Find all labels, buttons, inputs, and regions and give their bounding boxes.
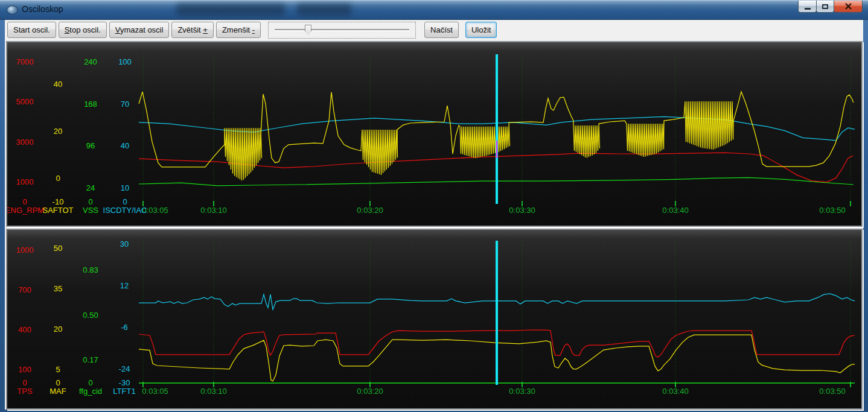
- time-label: 0:03:10: [191, 206, 236, 215]
- bottom-chart-panel: 0:03:050:03:100:03:200:03:300:03:400:03:…: [6, 229, 863, 410]
- button-vymazat-oscil[interactable]: Vymazat oscil: [109, 22, 170, 38]
- axis-label-tps: 700: [7, 285, 52, 295]
- channel-name-iscdty/iac: ISCDTY/IAC: [98, 206, 152, 215]
- axis-label-ltft1: 30: [97, 239, 152, 249]
- channel-name-saftot: SAFTOT: [31, 206, 85, 215]
- button-start-oscil[interactable]: Start oscil.: [7, 22, 56, 38]
- channel-name-tps: TPS: [7, 387, 52, 396]
- axis-label-ffg_cid: 0.83: [63, 265, 118, 275]
- axis-label-tps: 1000: [7, 246, 52, 255]
- maximize-button[interactable]: [816, 1, 834, 13]
- titlebar[interactable]: Osciloskop: [0, 0, 868, 20]
- axis-label-iscdty/iac: 10: [98, 183, 152, 193]
- toolbar-left: Start oscil.Stop oscil.Vymazat oscilZvět…: [7, 22, 263, 38]
- axis-label-eng_rpm: 3000: [7, 138, 52, 147]
- client-area: Start oscil.Stop oscil.Vymazat oscilZvět…: [5, 20, 863, 410]
- slider-thumb[interactable]: [305, 25, 311, 36]
- time-label: 0:03:30: [500, 387, 544, 396]
- maximize-icon: [822, 4, 828, 9]
- background-window-ghost: [297, 4, 351, 16]
- axis-label-eng_rpm: 7000: [7, 57, 52, 67]
- close-button[interactable]: [834, 1, 863, 13]
- top-chart-panel: 0:03:050:03:100:03:200:03:300:03:400:03:…: [6, 41, 863, 227]
- axis-label-saftot: 20: [31, 127, 85, 136]
- time-label: 0:03:30: [500, 206, 544, 215]
- minimize-icon: [805, 8, 811, 10]
- button-stop-oscil[interactable]: Stop oscil.: [59, 22, 107, 38]
- button-zvetsit[interactable]: Zvětšit +: [171, 22, 214, 38]
- toolbar: Start oscil.Stop oscil.Vymazat oscilZvět…: [5, 20, 863, 40]
- caption-buttons: [799, 1, 863, 13]
- time-label: 0:03:40: [653, 387, 698, 396]
- time-label: 0:03:50: [810, 387, 855, 396]
- top-chart-inner: 0:03:050:03:100:03:200:03:300:03:400:03:…: [7, 42, 861, 226]
- axis-label-ltft1: -24: [97, 364, 152, 374]
- button-nacist[interactable]: Načíst: [424, 22, 459, 38]
- channel-name-ltft1: LTFT1: [97, 387, 152, 396]
- time-label: 0:03:40: [653, 206, 698, 215]
- axis-label-saftot: 0: [31, 174, 85, 183]
- button-zmensit[interactable]: Zmenšit -: [216, 22, 261, 38]
- axis-label-ffg_cid: 0.17: [63, 355, 118, 365]
- background-window-ghost: [176, 4, 285, 16]
- bottom-chart-inner: 0:03:050:03:100:03:200:03:300:03:400:03:…: [7, 230, 861, 408]
- oscilloscope-app-icon: [7, 5, 18, 14]
- button-ulozit[interactable]: Uložit: [465, 22, 497, 38]
- axis-label-iscdty/iac: 70: [98, 100, 152, 109]
- axis-label-saftot: 40: [31, 80, 85, 89]
- toolbar-right: NačístUložit: [424, 22, 499, 38]
- axis-label-iscdty/iac: 40: [98, 141, 152, 151]
- axis-label-iscdty/iac: 100: [98, 57, 152, 67]
- minimize-button[interactable]: [798, 1, 817, 13]
- time-label: 0:03:50: [810, 206, 855, 215]
- axis-label-ffg_cid: 0.50: [63, 311, 118, 320]
- axis-label-tps: 400: [7, 325, 52, 335]
- zoom-slider[interactable]: [268, 22, 416, 39]
- slider-track[interactable]: [275, 29, 409, 31]
- time-label: 0:03:10: [191, 387, 236, 396]
- axis-label-tps: 100: [7, 365, 52, 375]
- time-label: 0:03:20: [348, 206, 392, 215]
- window-title: Osciloskop: [22, 4, 63, 14]
- time-label: 0:03:20: [348, 387, 392, 396]
- app-window: Osciloskop Start oscil.Stop oscil.Vymaza…: [0, 0, 868, 412]
- axis-label-ltft1: 12: [97, 281, 152, 291]
- close-icon: [844, 3, 852, 10]
- axis-label-eng_rpm: 5000: [7, 97, 52, 107]
- axis-label-ltft1: -6: [97, 323, 152, 332]
